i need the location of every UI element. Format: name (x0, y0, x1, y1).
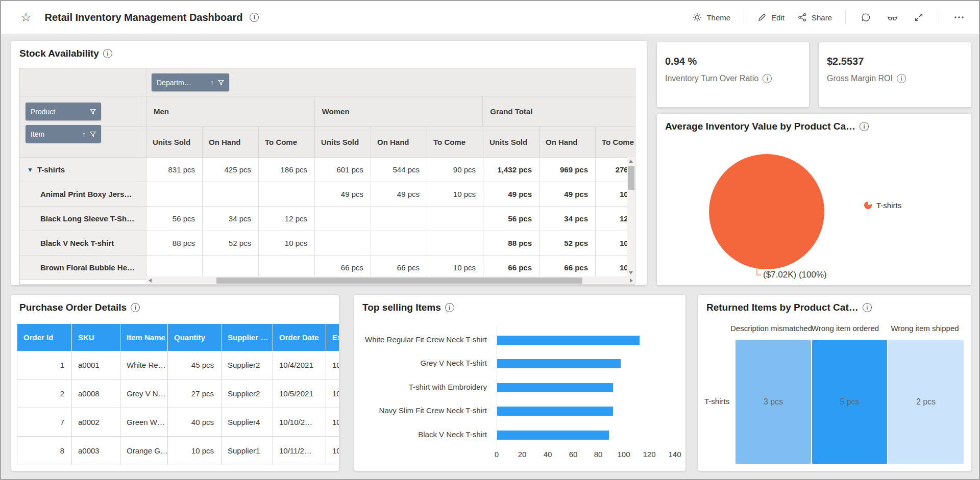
pivot-field-product-button[interactable]: Product (26, 103, 101, 120)
header-divider (939, 10, 939, 24)
filter-icon[interactable] (90, 131, 96, 137)
theme-button[interactable]: Theme (693, 13, 730, 22)
stock-info-icon[interactable] (103, 49, 112, 58)
pivot-value-cell: 544 pcs (371, 158, 427, 182)
purchase-info-icon[interactable] (131, 303, 140, 312)
stock-availability-title-text: Stock Availability (19, 48, 99, 59)
pivot-value-cell: 10 pcs (427, 182, 483, 207)
cell-order-id: 8 (17, 437, 72, 465)
scroll-up-arrow-icon[interactable] (629, 160, 633, 163)
scroll-down-arrow-icon[interactable] (629, 271, 633, 274)
heatmap-cell-wrong-item-ordered[interactable]: 5 pcs (812, 340, 887, 464)
kpi-info-icon[interactable] (763, 74, 772, 83)
column-header-supplier[interactable]: Supplier … (222, 324, 273, 351)
glasses-icon (887, 13, 898, 22)
pivot-field-department-label: Departm… (157, 79, 206, 87)
top-selling-info-icon[interactable] (445, 303, 454, 312)
pivot-vertical-scrollbar[interactable] (627, 157, 635, 277)
pivot-row-label: Black Long Sleeve T-Sh… (40, 214, 134, 223)
pivot-measure-header: Units Sold (483, 127, 540, 158)
view-mode-glasses-button[interactable] (886, 11, 899, 24)
heatmap-cell-description-mismatched[interactable]: 3 pcs (736, 340, 811, 464)
theme-label: Theme (706, 13, 730, 22)
pivot-value-cell (427, 231, 483, 256)
legend-item-tshirts[interactable]: T-shirts (864, 201, 901, 210)
pie-info-icon[interactable] (860, 122, 869, 131)
purchase-table-row: 2 a0008 Grey V N… 27 pcs Supplier2 10/5/… (17, 380, 339, 408)
horizontal-scroll-thumb[interactable] (216, 277, 582, 284)
pivot-field-department-button[interactable]: Departm… ↑ (152, 73, 229, 91)
cell-order-date: 10/11/2… (273, 437, 326, 465)
column-header-order-date[interactable]: Order Date (273, 324, 326, 351)
cell-supplier: Supplier4 (222, 408, 273, 437)
returned-info-icon[interactable] (863, 303, 872, 312)
edit-button[interactable]: Edit (757, 13, 785, 22)
pivot-measure-header-band: Units Sold On Hand To Come Units Sold On… (20, 127, 635, 158)
column-header-sku[interactable]: SKU (72, 324, 120, 351)
legend-pie-icon (864, 201, 872, 209)
cell-item-name: Green W… (120, 408, 168, 437)
card-purchase-order-details: Purchase Order Details Order Id SKU Item… (11, 295, 339, 471)
filter-icon[interactable] (90, 109, 96, 115)
pie-slice-tshirts[interactable] (709, 154, 824, 269)
pivot-value-cell (315, 207, 371, 231)
more-options-button[interactable] (952, 11, 966, 24)
pivot-measure-header: On Hand (540, 127, 596, 158)
pivot-group-grand-total: Grand Total (483, 96, 635, 127)
pivot-horizontal-scrollbar[interactable] (146, 276, 635, 285)
pivot-value-cell: 34 pcs (203, 207, 259, 231)
purchase-order-title-text: Purchase Order Details (19, 302, 127, 313)
header-divider (845, 10, 846, 24)
collapse-row-icon[interactable]: ▼ (27, 166, 33, 173)
pivot-row-label: T-shirts (37, 165, 65, 174)
pivot-group-men: Men (146, 96, 315, 127)
bar-tshirt-embroidery[interactable] (497, 383, 613, 392)
legend-label: T-shirts (876, 201, 901, 210)
pivot-total-cell: 56 pcs (483, 207, 540, 231)
column-header-item-name[interactable]: Item Name (120, 324, 168, 351)
card-gross-margin-roi: $2.5537 Gross Margin ROI (819, 42, 971, 107)
column-header-expected[interactable]: Ex (326, 324, 339, 351)
bar-grey-v-neck[interactable] (497, 359, 621, 368)
bar-navy-slim-fit[interactable] (497, 407, 613, 416)
purchase-table-row: 7 a0002 Green W… 40 pcs Supplier4 10/10/… (17, 408, 339, 437)
cell-sku: a0003 (72, 437, 120, 465)
favorite-star-icon[interactable]: ☆ (20, 10, 32, 24)
share-label: Share (812, 13, 832, 22)
cell-expected: 10 (326, 351, 339, 380)
heatmap-column-header: Description mismatched (730, 324, 812, 333)
share-button[interactable]: Share (798, 13, 832, 22)
dashboard-info-icon[interactable] (250, 13, 259, 22)
scroll-left-arrow-icon[interactable] (149, 279, 152, 283)
sort-ascending-icon[interactable]: ↑ (210, 79, 214, 87)
cell-supplier: Supplier2 (222, 351, 273, 380)
pivot-field-item-button[interactable]: Item ↑ (26, 125, 101, 143)
bar-black-v-neck[interactable] (497, 431, 609, 440)
comments-button[interactable] (859, 11, 872, 24)
cell-item-name: Orange G… (120, 437, 168, 465)
fullscreen-expand-icon (914, 13, 923, 22)
column-header-order-id[interactable]: Order Id (17, 324, 72, 351)
x-axis-tick: 60 (569, 450, 578, 459)
x-axis-tick: 120 (643, 450, 655, 459)
filter-icon[interactable] (218, 80, 224, 86)
pivot-row-header: Brown Floral Bubble He… (20, 256, 146, 280)
column-header-quantity[interactable]: Quantity (168, 324, 222, 351)
sort-ascending-icon[interactable]: ↑ (82, 130, 86, 138)
pivot-measure-header: On Hand (203, 127, 259, 158)
pivot-value-cell (315, 231, 371, 256)
kpi-info-icon[interactable] (897, 74, 906, 83)
bar-white-regular-fit[interactable] (497, 336, 640, 345)
heatmap-column-header: Wrong item shipped (891, 324, 959, 333)
cell-item-name: White Re… (120, 351, 168, 380)
stock-availability-title: Stock Availability (19, 48, 112, 59)
heatmap-cell-wrong-item-shipped[interactable]: 2 pcs (888, 340, 964, 464)
fullscreen-button[interactable] (912, 11, 925, 24)
app-header: ☆ Retail Inventory Management Dashboard … (1, 1, 979, 34)
vertical-scroll-thumb[interactable] (628, 166, 634, 190)
pivot-value-cell: 186 pcs (259, 158, 315, 182)
kpi-label: Gross Margin ROI (827, 74, 906, 83)
stock-pivot-table: Departm… ↑ Men Women Grand Total Units S… (19, 68, 635, 285)
purchase-table-row: 1 a0001 White Re… 45 pcs Supplier2 10/4/… (17, 351, 339, 380)
scroll-right-arrow-icon[interactable] (630, 279, 633, 283)
